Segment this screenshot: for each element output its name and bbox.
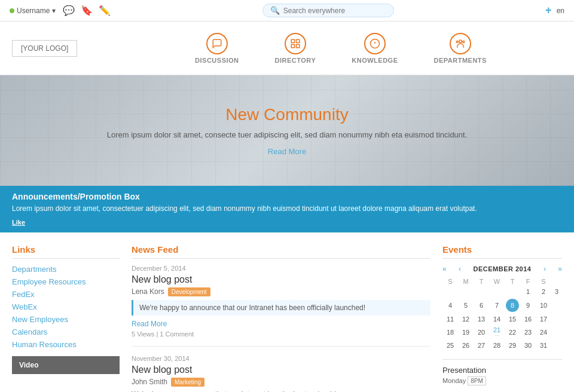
- cal-day-30[interactable]: 30: [520, 340, 536, 351]
- announcement-bar: Announcements/Promotion Box Lorem ipsum …: [0, 186, 574, 232]
- cal-next-button[interactable]: ›: [544, 265, 546, 273]
- nav-item-departments[interactable]: DEPARTMENTS: [433, 33, 486, 64]
- cal-day-13[interactable]: 13: [474, 314, 489, 324]
- like-button[interactable]: Like: [12, 219, 25, 226]
- svg-point-7: [459, 40, 462, 43]
- tag-development[interactable]: Development: [168, 287, 210, 296]
- list-item: Human Resources: [12, 340, 120, 349]
- plus-button[interactable]: +: [545, 4, 552, 17]
- search-bar[interactable]: 🔍: [262, 4, 394, 17]
- news-date-2: November 30, 2014: [132, 355, 430, 362]
- nav-item-discussion[interactable]: DISCUSSION: [195, 33, 239, 64]
- cal-day-14[interactable]: 14: [489, 314, 505, 324]
- action-icons: 💬 🔖 ✏️: [63, 5, 111, 16]
- chat-icon[interactable]: 💬: [63, 5, 75, 16]
- bookmark-icon[interactable]: 🔖: [81, 5, 93, 16]
- svg-rect-3: [291, 44, 294, 47]
- top-nav-right: + en: [545, 4, 564, 17]
- cal-day-25[interactable]: 25: [442, 340, 458, 351]
- cal-week-3: 11 12 13 14 15 16 17: [442, 314, 562, 324]
- logo: [YOUR LOGO]: [12, 40, 77, 57]
- cal-first-button[interactable]: «: [442, 265, 447, 273]
- news-feed-column: News Feed December 5, 2014 New blog post…: [132, 244, 430, 392]
- edit-icon[interactable]: ✏️: [99, 5, 111, 16]
- list-item: New Employees: [12, 315, 120, 324]
- cal-day-18[interactable]: 18: [442, 324, 458, 340]
- cal-day-20[interactable]: 20: [474, 324, 489, 340]
- cal-day-10[interactable]: 10: [536, 297, 551, 314]
- link-webex[interactable]: WebEx: [12, 302, 37, 311]
- cal-day-6[interactable]: 6: [474, 297, 489, 314]
- nav-item-directory[interactable]: DIRECTORY: [275, 33, 316, 64]
- link-human-resources[interactable]: Human Resources: [12, 340, 77, 349]
- nav-item-knowledge[interactable]: KNOWLEDGE: [352, 33, 398, 64]
- news-feed-title: News Feed: [132, 244, 430, 259]
- link-fedex[interactable]: FedEx: [12, 290, 35, 299]
- search-input[interactable]: [283, 7, 379, 15]
- cal-day-5[interactable]: 5: [458, 297, 474, 314]
- cal-day-8-today[interactable]: 8: [505, 297, 520, 314]
- search-icon: 🔍: [270, 6, 280, 15]
- tag-marketing[interactable]: Marketing: [171, 378, 204, 387]
- hero-read-more[interactable]: Read More: [268, 147, 306, 156]
- cal-day-26[interactable]: 26: [458, 340, 474, 351]
- news-meta-1: 5 Views | 1 Comment: [132, 330, 430, 338]
- top-navigation: Username ▾ 💬 🔖 ✏️ 🔍 + en: [0, 0, 574, 22]
- calendar-header: « ‹ DECEMBER 2014 › »: [442, 265, 562, 273]
- discussion-icon: [206, 33, 228, 54]
- directory-label: DIRECTORY: [275, 57, 316, 64]
- cal-day-17[interactable]: 17: [536, 314, 551, 324]
- svg-point-8: [456, 41, 458, 42]
- cal-day-15[interactable]: 15: [505, 314, 520, 324]
- list-item: Employee Resources: [12, 277, 120, 286]
- cal-day-21-event[interactable]: 21···: [489, 324, 505, 340]
- news-author-2: John Smith Marketing: [132, 378, 430, 387]
- cal-day-7[interactable]: 7: [489, 297, 505, 314]
- news-title-1[interactable]: New blog post: [132, 274, 430, 285]
- cal-day-16[interactable]: 16: [520, 314, 536, 324]
- cal-day-4[interactable]: 4: [442, 297, 458, 314]
- cal-day-31[interactable]: 31: [536, 340, 551, 351]
- announcement-title: Announcements/Promotion Box: [12, 192, 562, 201]
- cal-day-19[interactable]: 19: [458, 324, 474, 340]
- cal-day-11[interactable]: 11: [442, 314, 458, 324]
- link-departments[interactable]: Departments: [12, 265, 56, 274]
- news-post-2: November 30, 2014 New blog post John Smi…: [132, 355, 430, 392]
- logo-area: [YOUR LOGO]: [12, 44, 120, 53]
- cal-day-29[interactable]: 29: [505, 340, 520, 351]
- language-selector[interactable]: en: [557, 7, 564, 15]
- cal-day-2[interactable]: 2: [536, 286, 551, 297]
- calendar: « ‹ DECEMBER 2014 › » S M T W T F S: [442, 265, 562, 351]
- username-menu[interactable]: Username ▾: [10, 7, 56, 15]
- link-employee-resources[interactable]: Employee Resources: [12, 277, 86, 286]
- cal-header-mon: M: [458, 277, 474, 286]
- cal-day-3[interactable]: 3: [551, 286, 562, 297]
- link-calendars[interactable]: Calendars: [12, 327, 47, 336]
- cal-prev-button[interactable]: ‹: [459, 265, 461, 273]
- cal-day-28[interactable]: 28: [489, 340, 505, 351]
- online-indicator: [10, 8, 14, 13]
- cal-day-9[interactable]: 9: [520, 297, 536, 314]
- cal-day-23[interactable]: 23: [520, 324, 536, 340]
- cal-day-24[interactable]: 24: [536, 324, 551, 340]
- chevron-down-icon: ▾: [52, 7, 56, 15]
- cal-last-button[interactable]: »: [558, 265, 562, 273]
- link-new-employees[interactable]: New Employees: [12, 315, 68, 324]
- cal-day-1[interactable]: 1: [520, 286, 536, 297]
- video-box[interactable]: Video: [12, 356, 120, 374]
- svg-rect-1: [296, 39, 299, 42]
- cal-day-22[interactable]: 22: [505, 324, 520, 340]
- news-date-1: December 5, 2014: [132, 265, 430, 272]
- list-item: Departments: [12, 265, 120, 274]
- video-label: Video: [19, 361, 38, 369]
- news-title-2[interactable]: New blog post: [132, 365, 430, 375]
- cal-week-5: 25 26 27 28 29 30 31: [442, 340, 562, 351]
- cal-header-wed: W: [489, 277, 505, 286]
- cal-day-12[interactable]: 12: [458, 314, 474, 324]
- cal-header-sat: S: [536, 277, 551, 286]
- news-readmore-1[interactable]: Read More: [132, 320, 167, 328]
- cal-day-27[interactable]: 27: [474, 340, 489, 351]
- events-column: Events « ‹ DECEMBER 2014 › » S M T W T F: [442, 244, 562, 392]
- cal-week-4: 18 19 20 21··· 22 23 24: [442, 324, 562, 340]
- calendar-month-title: DECEMBER 2014: [474, 265, 532, 272]
